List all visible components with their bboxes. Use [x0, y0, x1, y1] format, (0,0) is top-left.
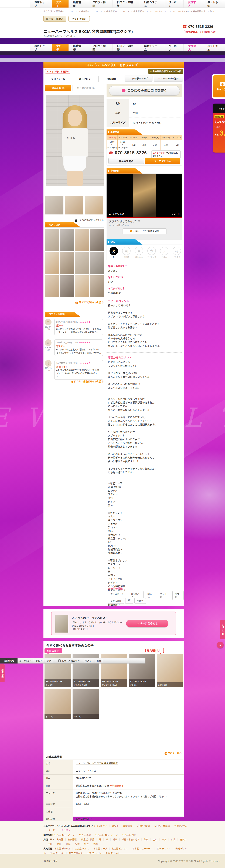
sns-質問箱[interactable]: ▣質問箱: [121, 247, 131, 258]
kept-shops-button[interactable]: お店: [45, 659, 53, 663]
blog-more-link[interactable]: ≫写メブログをもっと見る: [45, 301, 104, 304]
girl-card[interactable]: あむ♡(18): [157, 654, 183, 687]
breadcrumb-item[interactable]: 愛知県のニューハーフ: [56, 10, 77, 13]
scroll-top-button[interactable]: ▲: [217, 642, 224, 648]
tab-oppai-photos[interactable]: おっぱい写真 (0): [73, 85, 99, 91]
sns-ほしい物[interactable]: aほしい物: [134, 247, 144, 258]
nav-tab-料金システム[interactable]: 料金システム: [140, 44, 164, 51]
header-phone[interactable]: ☎ 070-8515-3226: [182, 25, 213, 29]
girl-tab-投稿動画[interactable]: 投稿動画: [99, 76, 124, 82]
sns-X[interactable]: XX: [109, 247, 119, 258]
breadcrumb-item[interactable]: ぬきなび: [44, 10, 52, 13]
saved-shops-button[interactable]: お店: [95, 659, 103, 663]
footer-link[interactable]: 名古屋 ピンサロ: [112, 847, 128, 850]
saved-girls-button[interactable]: 女の子: [83, 659, 93, 663]
feature-tag[interactable]: 業界未経験: [108, 598, 124, 604]
feature-tag[interactable]: ギャル系: [158, 591, 171, 600]
footer-link[interactable]: 名古屋 ニューハーフ: [132, 847, 152, 850]
tab-official-photos[interactable]: 公式写真 (3): [45, 85, 71, 91]
footer-link[interactable]: クーポン: [48, 829, 57, 832]
nav-tab-女性求人[interactable]: 女性求人: [184, 44, 203, 51]
map-link[interactable]: ≫地図を見る: [109, 784, 123, 787]
blog-photo[interactable]: [45, 229, 59, 251]
side-ad-banner[interactable]: キャッシュ 毎月先着 もれなく ＼表示／ 実質3.0: [213, 103, 225, 153]
sns-インスタ[interactable]: ◎インスタ: [172, 247, 182, 258]
footer-link[interactable]: 名古屋: [57, 838, 63, 841]
footer-link[interactable]: 一宮: [162, 838, 166, 841]
nav-tab-クーポン[interactable]: クーポン: [164, 44, 184, 51]
breadcrumb-item[interactable]: るい: [210, 10, 214, 13]
footer-link[interactable]: 半田: [48, 843, 53, 845]
breadcrumb[interactable]: ぬきなび＞愛知県のニューハーフ＞名古屋のニューハーフ＞名古屋駅のニューハーフ＞名…: [44, 10, 214, 13]
fullscreen-icon[interactable]: ⛶: [178, 213, 180, 216]
footer-link[interactable]: 名古屋駅 風俗: [122, 834, 136, 836]
footer-link[interactable]: 岡崎 デリヘル: [157, 847, 171, 850]
coupon-button[interactable]: クーポンを見る: [145, 158, 180, 164]
review-card[interactable]: 2025年07月20日 20:51★★★★★ 5最高です！■スタッフの接客とても…: [54, 360, 103, 380]
blog-photo[interactable]: [90, 275, 104, 298]
footer-link[interactable]: 名古屋 ニューハーフ: [55, 834, 75, 836]
mute-icon[interactable]: ◁✕: [172, 213, 176, 216]
ranking-badge[interactable]: ♛ 名古屋風俗嬢ランキング28位: [148, 69, 183, 74]
nav-tab-口コミ・体験談[interactable]: 口コミ・体験談: [113, 44, 140, 51]
report-link[interactable]: !不正な画像/退店を通報する: [44, 218, 104, 222]
footer-link[interactable]: 料金システム: [174, 825, 188, 827]
review-more-link[interactable]: ≫口コミ・体験談をもっと見る: [45, 380, 104, 383]
blog-photo[interactable]: [90, 229, 104, 251]
review-card[interactable]: 2025年08月04日 11:40★★★★★ 5意外と、、、■スタッフの接客初め…: [54, 339, 103, 356]
footer-link[interactable]: 名古屋駅 ニューハーフ: [95, 834, 118, 836]
video-bigsize-button[interactable]: 大きいサイズで動画を見る: [122, 228, 166, 235]
footer-link[interactable]: 刈谷: [84, 843, 89, 845]
footer-link[interactable]: 小牧: [171, 838, 175, 841]
mitayo-button[interactable]: ☺ ページをみたよ: [126, 620, 168, 627]
footer-link[interactable]: 春日井: [180, 838, 187, 841]
footer-link[interactable]: 名古屋 ソープ: [93, 847, 107, 850]
girl-card[interactable]: レイ(26): [73, 689, 99, 719]
main-photo[interactable]: SHA: [46, 95, 104, 186]
feature-tag[interactable]: 痴女系: [172, 591, 184, 600]
footer-link[interactable]: 出勤情報: [123, 825, 132, 827]
blog-photo[interactable]: [60, 252, 74, 274]
footer-link[interactable]: 名古屋 ヘルス: [75, 847, 89, 850]
nav-tab-ブログ・動画[interactable]: ブログ・動画: [88, 44, 113, 51]
footer-link[interactable]: ブログ・動画: [137, 825, 150, 827]
blog-photo[interactable]: [45, 252, 59, 274]
nav-tab-女の子[interactable]: 女の子: [52, 0, 69, 7]
breadcrumb-item[interactable]: 名古屋駅のニューハーフ: [106, 10, 129, 13]
footer-link[interactable]: 千種・今池・池下: [122, 838, 139, 841]
play-icon[interactable]: ▶: [109, 213, 111, 216]
review-card[interactable]: 2025年08月30日 23:35★★★★★ 5超chill■スタッフの接客とて…: [54, 319, 103, 335]
footer-link[interactable]: 名古屋駅: [68, 838, 77, 841]
sns-ツイキャス[interactable]: ツツイキャス: [147, 247, 157, 258]
footer-link[interactable]: 新栄: [113, 838, 117, 841]
blog-photo[interactable]: [60, 229, 74, 251]
footer-link[interactable]: 口コミ・体験談: [154, 825, 170, 827]
footer-link[interactable]: 名古屋 デリヘル: [55, 847, 71, 850]
photo-thumbnail[interactable]: [65, 196, 83, 214]
site-logo[interactable]: ぬきなび東海: [44, 858, 57, 863]
nav-tab-ネット予約[interactable]: ネット予約: [203, 0, 225, 7]
feature-tag[interactable]: AF: [125, 598, 133, 604]
breadcrumb-item[interactable]: 名古屋のニューハーフ: [81, 10, 102, 13]
feature-tag[interactable]: 明るい: [145, 591, 156, 600]
photo-thumbnail[interactable]: [45, 196, 63, 214]
footer-link[interactable]: 錦: [99, 838, 101, 841]
feature-tag[interactable]: 喫煙者: [134, 598, 146, 604]
girl-tab-プロフィール[interactable]: プロフィール: [45, 76, 71, 82]
breadcrumb-item[interactable]: 名古屋駅のニューハーフヘルス: [133, 10, 163, 13]
sns-TikTok[interactable]: ♪TikTok: [159, 247, 169, 258]
blog-photo[interactable]: [75, 229, 89, 251]
footer-link[interactable]: 柴田: [144, 838, 148, 841]
nav-tab-口コミ・体験談[interactable]: 口コミ・体験談: [113, 0, 140, 7]
breadcrumb-item[interactable]: ニューハーフヘルス EXCIA 名古屋駅前店: [167, 10, 205, 13]
nav-tab-出勤情報[interactable]: 出勤情報: [69, 44, 88, 51]
kept-girls-button[interactable]: 女の子: [34, 659, 44, 663]
keep-button[interactable]: ♡ 女の子をキープ: [125, 75, 152, 82]
blog-photo[interactable]: [45, 275, 59, 298]
nav-tab-ネット予約[interactable]: ネット予約: [203, 44, 225, 51]
write-review-button[interactable]: この女の子の口コミを書く: [109, 86, 180, 95]
footer-link[interactable]: 女の子: [112, 825, 119, 827]
blog-photo[interactable]: [75, 252, 89, 274]
photo-thumbnail[interactable]: [85, 196, 103, 214]
footer-link[interactable]: 金山: [153, 838, 157, 841]
